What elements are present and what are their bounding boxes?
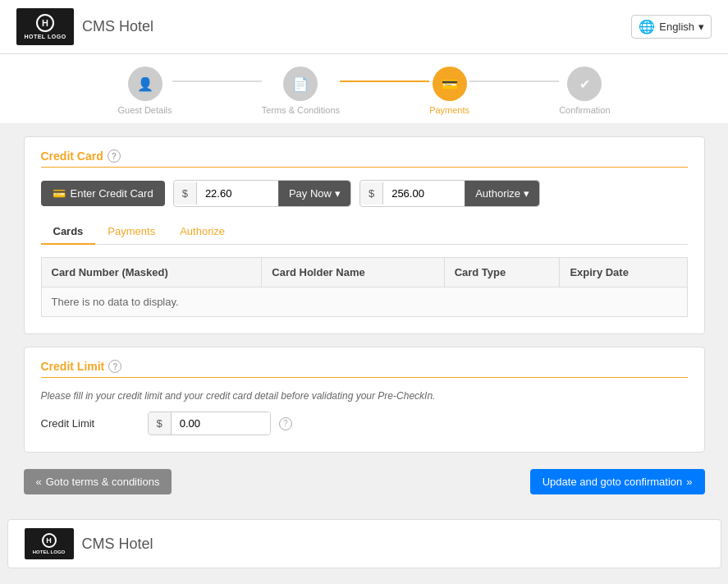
authorize-caret-icon: ▾ — [524, 187, 529, 200]
credit-limit-currency: $ — [149, 412, 172, 435]
tab-authorize[interactable]: Authorize — [167, 219, 237, 245]
pay-now-input[interactable] — [197, 182, 279, 205]
hotel-name: CMS Hotel — [82, 18, 153, 35]
authorize-button[interactable]: Authorize ▾ — [465, 181, 539, 206]
step-line-2 — [340, 80, 429, 82]
col-card-number: Card Number (Masked) — [41, 258, 262, 287]
pay-now-button[interactable]: Pay Now ▾ — [278, 181, 350, 206]
step-circle-payments: 💳 — [433, 67, 467, 101]
credit-card-divider — [41, 167, 688, 168]
credit-card-help-icon[interactable]: ? — [108, 149, 121, 163]
credit-limit-input-group: $ — [148, 412, 271, 435]
chevron-down-icon: ▾ — [698, 21, 704, 33]
step-guest-details: 👤 Guest Details — [118, 67, 172, 115]
logo-circle-icon: H — [36, 14, 54, 32]
footer-hotel-name: CMS Hotel — [82, 536, 153, 553]
step-terms: 📄 Terms & Conditions — [262, 67, 340, 115]
credit-limit-help-icon[interactable]: ? — [108, 360, 121, 373]
step-circle-confirmation: ✔ — [567, 67, 602, 101]
step-circle-guest: 👤 — [128, 67, 163, 101]
col-card-type: Card Type — [444, 258, 560, 287]
action-bar: 💳 Enter Credit Card $ Pay Now ▾ $ Author… — [41, 180, 688, 207]
authorize-currency: $ — [360, 182, 383, 205]
pay-now-input-group: $ Pay Now ▾ — [173, 180, 351, 207]
card-tabs: Cards Payments Authorize — [41, 219, 688, 245]
col-card-holder: Card Holder Name — [262, 258, 444, 287]
bottom-footer: H HOTEL LOGO CMS Hotel — [7, 519, 721, 568]
col-expiry-date: Expiry Date — [560, 258, 687, 287]
table-row-no-data: There is no data to display. — [41, 287, 687, 317]
credit-limit-label: Credit Limit — [41, 417, 140, 430]
credit-limit-divider — [41, 377, 688, 378]
step-label-guest: Guest Details — [118, 105, 172, 115]
credit-limit-title: Credit Limit ? — [41, 360, 688, 373]
credit-card-title: Credit Card ? — [41, 149, 688, 163]
top-header: H HOTEL LOGO CMS Hotel 🌐 English ▾ — [0, 0, 728, 54]
no-data-message: There is no data to display. — [41, 287, 687, 317]
step-label-confirmation: Confirmation — [559, 105, 610, 115]
step-label-terms: Terms & Conditions — [262, 105, 340, 115]
step-payments: 💳 Payments — [429, 67, 469, 115]
footer-buttons: Goto terms & conditions Update and goto … — [24, 465, 705, 507]
double-arrow-left-icon — [36, 476, 42, 488]
language-label: English — [659, 21, 694, 33]
tab-cards[interactable]: Cards — [41, 219, 96, 245]
pay-now-caret-icon: ▾ — [335, 187, 341, 200]
credit-limit-message: Please fill in your credit limit and you… — [41, 390, 688, 402]
steps-container: 👤 Guest Details 📄 Terms & Conditions 💳 P… — [0, 54, 728, 124]
step-line-1 — [172, 80, 262, 82]
logo-box: H HOTEL LOGO — [16, 8, 74, 45]
double-arrow-right-icon — [686, 476, 692, 488]
goto-terms-button[interactable]: Goto terms & conditions — [24, 469, 172, 494]
logo-area: H HOTEL LOGO CMS Hotel — [16, 8, 153, 45]
enter-credit-card-button[interactable]: 💳 Enter Credit Card — [41, 181, 165, 206]
step-circle-terms: 📄 — [283, 67, 318, 101]
footer-logo-box: H HOTEL LOGO — [25, 528, 74, 559]
credit-limit-section: Credit Limit ? Please fill in your credi… — [24, 347, 705, 453]
credit-limit-row: Credit Limit $ ? — [41, 412, 688, 435]
globe-icon: 🌐 — [639, 19, 655, 34]
footer-logo-text: HOTEL LOGO — [33, 550, 66, 554]
credit-card-section: Credit Card ? 💳 Enter Credit Card $ Pay … — [24, 136, 705, 334]
credit-limit-input[interactable] — [172, 412, 270, 435]
step-line-3 — [469, 80, 559, 82]
credit-card-icon: 💳 — [53, 187, 66, 200]
update-goto-confirmation-button[interactable]: Update and goto confirmation — [530, 469, 705, 494]
language-selector[interactable]: 🌐 English ▾ — [631, 15, 712, 39]
pay-now-currency: $ — [174, 182, 197, 205]
authorize-input[interactable] — [383, 182, 465, 205]
cards-table: Card Number (Masked) Card Holder Name Ca… — [41, 257, 688, 317]
main-content: Credit Card ? 💳 Enter Credit Card $ Pay … — [7, 124, 721, 519]
authorize-input-group: $ Authorize ▾ — [359, 180, 540, 207]
credit-limit-field-help-icon[interactable]: ? — [279, 417, 292, 430]
step-confirmation: ✔ Confirmation — [559, 67, 610, 115]
tab-payments[interactable]: Payments — [95, 219, 167, 245]
steps-wrapper: 👤 Guest Details 📄 Terms & Conditions 💳 P… — [118, 67, 611, 115]
logo-text: HOTEL LOGO — [24, 34, 66, 39]
footer-logo-circle-icon: H — [42, 533, 57, 548]
step-label-payments: Payments — [429, 105, 469, 115]
